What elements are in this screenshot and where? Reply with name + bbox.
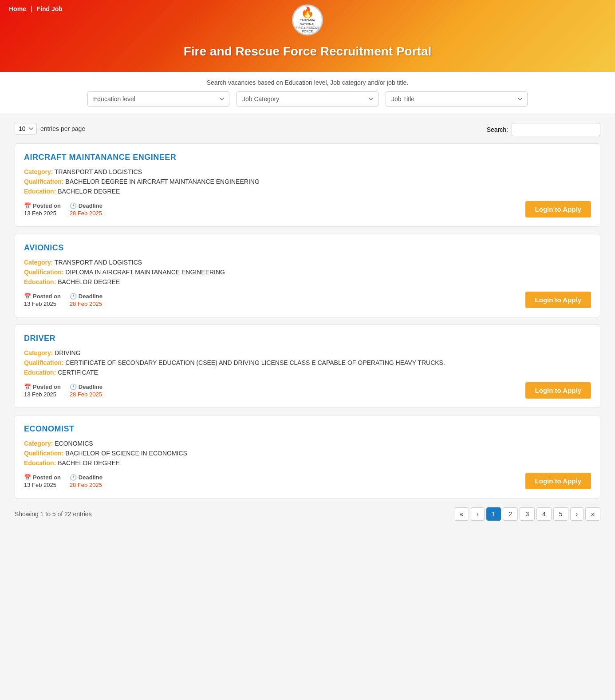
entries-label: entries per page	[40, 125, 85, 132]
nav-find-job[interactable]: Find Job	[37, 5, 63, 12]
deadline-date-2: Deadline 28 Feb 2025	[70, 384, 102, 398]
job-title-select[interactable]: Job Title	[386, 91, 528, 107]
job-category-3: Category: ECONOMICS	[24, 440, 591, 447]
education-label-3: Education:	[24, 459, 56, 467]
nav-bar: Home | Find Job	[9, 5, 63, 12]
deadline-date-3: Deadline 28 Feb 2025	[70, 474, 102, 488]
job-education-1: Education: BACHELOR DEGREE	[24, 278, 591, 285]
calendar-icon-0	[24, 202, 31, 209]
pagination-last[interactable]: »	[585, 507, 600, 521]
page-title: Fire and Rescue Force Recruitment Portal	[9, 44, 606, 59]
posted-value-0: 13 Feb 2025	[24, 210, 61, 217]
clock-icon-1	[70, 293, 77, 300]
deadline-date-0: Deadline 28 Feb 2025	[70, 202, 102, 217]
job-list: AIRCRAFT MAINTANANCE ENGINEER Category: …	[15, 143, 600, 498]
flame-icon: 🔥	[293, 6, 322, 19]
deadline-value-0: 28 Feb 2025	[70, 210, 102, 217]
clock-icon-2	[70, 384, 77, 390]
pagination-first[interactable]: «	[454, 507, 469, 521]
job-footer-0: Posted on 13 Feb 2025 Deadline 28 Feb 20…	[24, 201, 591, 218]
category-label-3: Category:	[24, 440, 53, 447]
posted-value-1: 13 Feb 2025	[24, 301, 61, 307]
nav-separator: |	[31, 5, 32, 12]
education-level-select[interactable]: Education level	[87, 91, 229, 107]
category-label-1: Category:	[24, 259, 53, 266]
deadline-label-0: Deadline	[70, 202, 102, 209]
entries-control: 10 25 50 entries per page	[15, 123, 85, 134]
qualification-label-0: Qualification:	[24, 178, 63, 185]
posted-label-1: Posted on	[24, 293, 61, 300]
deadline-label-2: Deadline	[70, 384, 102, 390]
login-to-apply-button-0[interactable]: Login to Apply	[525, 201, 591, 218]
pagination-page-3[interactable]: 3	[520, 507, 535, 521]
posted-value-3: 13 Feb 2025	[24, 482, 61, 488]
deadline-date-1: Deadline 28 Feb 2025	[70, 293, 102, 307]
search-input[interactable]	[512, 123, 600, 136]
pagination: « ‹ 1 2 3 4 5 › »	[454, 507, 600, 521]
deadline-label-3: Deadline	[70, 474, 102, 481]
search-control: Search:	[487, 123, 600, 136]
job-footer-3: Posted on 13 Feb 2025 Deadline 28 Feb 20…	[24, 473, 591, 489]
search-filters: Education level Job Category Job Title	[9, 91, 606, 107]
login-to-apply-button-1[interactable]: Login to Apply	[525, 292, 591, 308]
pagination-page-2[interactable]: 2	[503, 507, 518, 521]
job-category-select[interactable]: Job Category	[237, 91, 378, 107]
posted-label-3: Posted on	[24, 474, 61, 481]
login-to-apply-button-3[interactable]: Login to Apply	[525, 473, 591, 489]
posted-date-1: Posted on 13 Feb 2025	[24, 293, 61, 307]
calendar-icon-3	[24, 474, 31, 481]
job-education-3: Education: BACHELOR DEGREE	[24, 459, 591, 467]
search-section: Search vacancies based on Education leve…	[0, 72, 615, 114]
job-card: ECONOMIST Category: ECONOMICS Qualificat…	[15, 415, 600, 498]
job-footer-2: Posted on 13 Feb 2025 Deadline 28 Feb 20…	[24, 382, 591, 399]
posted-date-0: Posted on 13 Feb 2025	[24, 202, 61, 217]
pagination-page-1[interactable]: 1	[486, 507, 501, 521]
pagination-page-5[interactable]: 5	[553, 507, 568, 521]
job-dates-3: Posted on 13 Feb 2025 Deadline 28 Feb 20…	[24, 474, 102, 488]
job-dates-1: Posted on 13 Feb 2025 Deadline 28 Feb 20…	[24, 293, 102, 307]
showing-text: Showing 1 to 5 of 22 entries	[15, 510, 92, 518]
main-content: 10 25 50 entries per page Search: AIRCRA…	[6, 114, 609, 530]
posted-label-0: Posted on	[24, 202, 61, 209]
category-label-2: Category:	[24, 349, 53, 356]
pagination-page-4[interactable]: 4	[536, 507, 552, 521]
job-card: AVIONICS Category: TRANSPORT AND LOGISTI…	[15, 234, 600, 317]
job-card: DRIVER Category: DRIVING Qualification: …	[15, 324, 600, 408]
deadline-value-1: 28 Feb 2025	[70, 301, 102, 307]
logo-circle: 🔥 TANZANIA NATIONALFIRE & RESCUEFORCE	[292, 4, 323, 36]
job-qualification-3: Qualification: BACHELOR OF SCIENCE IN EC…	[24, 450, 591, 457]
login-to-apply-button-2[interactable]: Login to Apply	[525, 382, 591, 399]
job-title-2: DRIVER	[24, 334, 591, 343]
job-title-1: AVIONICS	[24, 243, 591, 253]
posted-date-2: Posted on 13 Feb 2025	[24, 384, 61, 398]
job-category-2: Category: DRIVING	[24, 349, 591, 356]
job-title-0: AIRCRAFT MAINTANANCE ENGINEER	[24, 153, 591, 162]
qualification-label-3: Qualification:	[24, 450, 63, 457]
calendar-icon-2	[24, 384, 31, 390]
logo-text: TANZANIA NATIONALFIRE & RESCUEFORCE	[293, 19, 322, 34]
page-header: Home | Find Job 🔥 TANZANIA NATIONALFIRE …	[0, 0, 615, 72]
entries-per-page-select[interactable]: 10 25 50	[15, 123, 37, 134]
deadline-value-3: 28 Feb 2025	[70, 482, 102, 488]
category-label-0: Category:	[24, 168, 53, 175]
pagination-prev[interactable]: ‹	[471, 507, 485, 521]
job-qualification-2: Qualification: CERTIFICATE OF SECONDARY …	[24, 359, 591, 366]
qualification-label-2: Qualification:	[24, 359, 63, 366]
pagination-row: Showing 1 to 5 of 22 entries « ‹ 1 2 3 4…	[15, 507, 600, 521]
clock-icon-3	[70, 474, 77, 481]
qualification-label-1: Qualification:	[24, 269, 63, 276]
deadline-label-1: Deadline	[70, 293, 102, 300]
job-card: AIRCRAFT MAINTANANCE ENGINEER Category: …	[15, 143, 600, 227]
pagination-next[interactable]: ›	[570, 507, 584, 521]
clock-icon-0	[70, 202, 77, 209]
job-category-1: Category: TRANSPORT AND LOGISTICS	[24, 259, 591, 266]
nav-home[interactable]: Home	[9, 5, 26, 12]
job-category-0: Category: TRANSPORT AND LOGISTICS	[24, 168, 591, 175]
job-title-3: ECONOMIST	[24, 424, 591, 434]
job-education-0: Education: BACHELOR DEGREE	[24, 188, 591, 195]
job-qualification-1: Qualification: DIPLOMA IN AIRCRAFT MAINT…	[24, 269, 591, 276]
posted-value-2: 13 Feb 2025	[24, 391, 61, 398]
posted-date-3: Posted on 13 Feb 2025	[24, 474, 61, 488]
job-dates-2: Posted on 13 Feb 2025 Deadline 28 Feb 20…	[24, 384, 102, 398]
search-hint: Search vacancies based on Education leve…	[9, 79, 606, 86]
